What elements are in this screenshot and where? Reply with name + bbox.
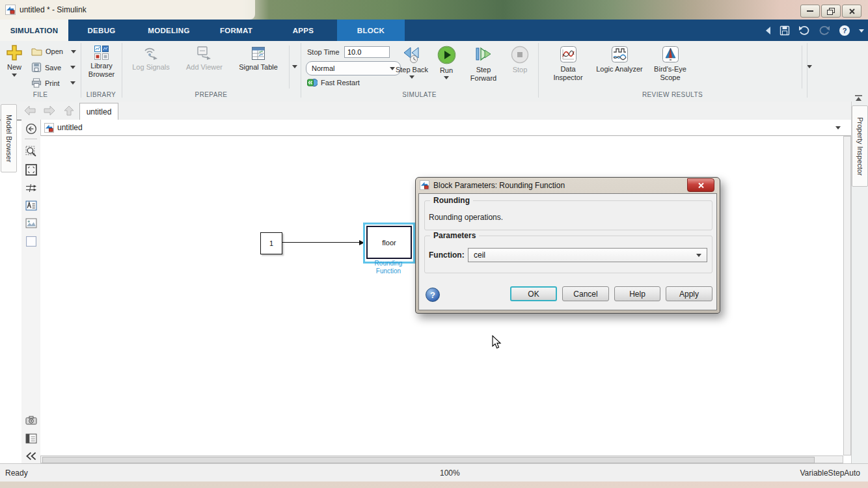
- camera-icon[interactable]: [25, 414, 37, 426]
- fast-restart-toggle[interactable]: Fast Restart: [307, 78, 360, 87]
- add-viewer-button[interactable]: Add Viewer: [181, 46, 228, 72]
- horizontal-scrollbar[interactable]: [40, 455, 843, 463]
- dialog-close-button[interactable]: [687, 178, 714, 192]
- step-back-button[interactable]: Step Back: [394, 46, 429, 79]
- signal-table-button[interactable]: Signal Table: [234, 46, 282, 72]
- vertical-scrollbar[interactable]: [843, 136, 851, 455]
- open-button[interactable]: Open: [31, 47, 76, 56]
- image-icon[interactable]: [25, 217, 37, 229]
- data-inspector-button[interactable]: Data Inspector: [545, 46, 591, 82]
- status-solver[interactable]: VariableStepAuto: [800, 468, 860, 478]
- step-back-icon: [402, 46, 422, 64]
- birds-eye-scope-icon: [662, 46, 679, 63]
- function-select[interactable]: ceil: [468, 248, 707, 262]
- nav-forward-icon[interactable]: [43, 105, 56, 116]
- apply-button[interactable]: Apply: [666, 286, 712, 301]
- print-button[interactable]: Print: [31, 78, 75, 88]
- collapse-toolbar-icon[interactable]: [25, 450, 37, 462]
- rounding-description: Rounding operations.: [429, 213, 503, 222]
- run-button[interactable]: Run: [432, 46, 461, 79]
- property-inspector-tab[interactable]: Property Inspector: [852, 105, 868, 187]
- log-signals-button[interactable]: Log Signals: [128, 46, 174, 72]
- print-icon: [31, 78, 42, 88]
- function-label: Function:: [429, 251, 465, 260]
- library-browser-icon: [94, 46, 109, 60]
- cancel-button[interactable]: Cancel: [562, 286, 609, 301]
- divider: [289, 46, 290, 88]
- signal-routing-icon[interactable]: [25, 182, 37, 194]
- step-back-caret[interactable]: [409, 75, 414, 79]
- print-dropdown-caret[interactable]: [70, 81, 75, 85]
- nav-back-icon[interactable]: [23, 105, 36, 116]
- new-dropdown-caret[interactable]: [12, 74, 17, 77]
- new-button[interactable]: New: [3, 44, 26, 77]
- close-button[interactable]: [842, 5, 861, 18]
- review-gallery-caret[interactable]: [807, 65, 812, 68]
- tab-format[interactable]: FORMAT: [203, 20, 269, 41]
- save-icon[interactable]: [780, 25, 790, 36]
- breadcrumb-caret[interactable]: [835, 126, 841, 129]
- rounding-function-block[interactable]: floor: [366, 226, 412, 259]
- minimize-button[interactable]: [800, 5, 820, 18]
- restore-icon: [827, 8, 835, 15]
- window-controls: [800, 5, 861, 18]
- hide-pane-icon[interactable]: [25, 123, 37, 135]
- stop-time-row: Stop Time: [307, 46, 390, 58]
- annotation-icon[interactable]: [25, 200, 37, 211]
- save-menu-button[interactable]: Save: [31, 62, 75, 72]
- section-label-simulate: SIMULATE: [301, 91, 538, 100]
- stop-icon: [511, 46, 529, 64]
- dialog-close-icon: [698, 182, 705, 189]
- zoom-region-icon[interactable]: [25, 146, 37, 157]
- tab-simulation[interactable]: SIMULATION: [0, 20, 68, 41]
- stop-time-label: Stop Time: [307, 48, 341, 56]
- signal-wire[interactable]: [282, 242, 359, 243]
- ok-button[interactable]: OK: [510, 286, 557, 301]
- dialog-help-button[interactable]: Help: [614, 286, 660, 301]
- model-browser-tab[interactable]: Model Browser: [1, 104, 17, 172]
- undo-icon[interactable]: [798, 25, 810, 36]
- tab-modeling[interactable]: MODELING: [135, 20, 203, 41]
- parameters-group-title: Parameters: [430, 231, 479, 240]
- nav-up-icon[interactable]: [63, 105, 75, 116]
- tab-block[interactable]: BLOCK: [337, 20, 405, 41]
- title-bar: untitled * - Simulink: [0, 0, 868, 20]
- open-dropdown-caret[interactable]: [71, 50, 76, 53]
- function-select-caret: [696, 254, 701, 257]
- model-data-icon[interactable]: [25, 433, 37, 444]
- run-icon: [437, 46, 456, 64]
- breadcrumb-model-name[interactable]: untitled: [57, 123, 83, 132]
- divider: [301, 43, 301, 98]
- redo-icon[interactable]: [819, 25, 830, 36]
- close-icon: [848, 8, 856, 15]
- block-parameters-dialog: Block Parameters: Rounding Function Roun…: [415, 177, 720, 314]
- data-inspector-icon: [560, 46, 577, 63]
- simulation-mode-select[interactable]: Normal: [306, 61, 401, 75]
- birds-eye-scope-button[interactable]: Bird's-Eye Scope: [645, 46, 695, 82]
- restore-button[interactable]: [821, 5, 841, 18]
- stop-time-input[interactable]: [344, 46, 390, 58]
- logic-analyzer-button[interactable]: Logic Analyzer: [596, 46, 643, 74]
- status-bar: Ready 100% VariableStepAuto: [0, 463, 868, 482]
- block-name-label[interactable]: Rounding Function: [368, 260, 409, 275]
- divider: [538, 43, 539, 98]
- library-browser-button[interactable]: Library Browser: [83, 46, 120, 79]
- qat-expand-icon[interactable]: [765, 26, 771, 35]
- stop-button[interactable]: Stop: [506, 46, 534, 74]
- run-caret[interactable]: [444, 76, 449, 79]
- area-box-icon[interactable]: [25, 236, 37, 247]
- help-button[interactable]: ?: [839, 25, 850, 36]
- constant-block[interactable]: 1: [260, 232, 282, 254]
- step-forward-button[interactable]: Step Forward: [463, 46, 504, 83]
- fit-to-view-icon[interactable]: [25, 164, 37, 176]
- prepare-gallery-caret[interactable]: [292, 65, 297, 68]
- tab-debug[interactable]: DEBUG: [68, 20, 135, 41]
- signal-table-icon: [251, 46, 266, 61]
- tab-apps[interactable]: APPS: [269, 20, 337, 41]
- help-dropdown-caret[interactable]: [859, 29, 864, 33]
- dialog-title-bar[interactable]: Block Parameters: Rounding Function: [420, 180, 565, 190]
- save-dropdown-caret[interactable]: [70, 66, 75, 69]
- document-tab[interactable]: untitled: [79, 103, 118, 120]
- h-scroll-thumb[interactable]: [42, 457, 815, 463]
- dialog-help-icon[interactable]: ?: [426, 288, 440, 302]
